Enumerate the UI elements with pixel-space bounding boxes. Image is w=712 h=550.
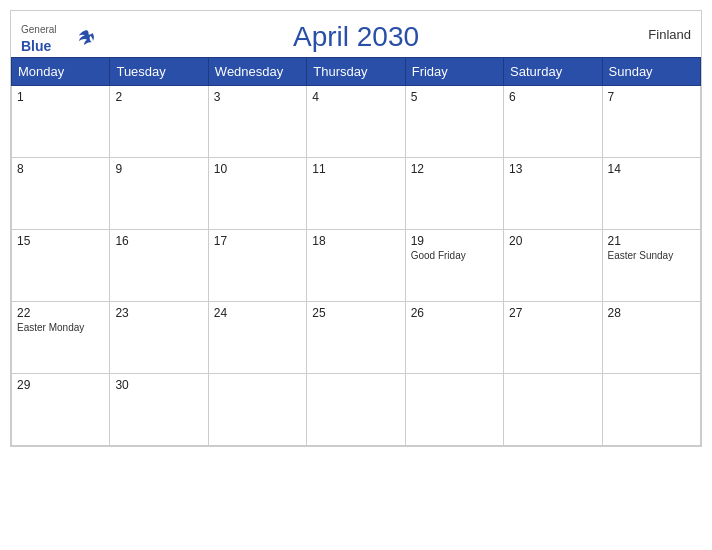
day-cell: 30 <box>110 374 208 446</box>
day-number: 23 <box>115 306 202 320</box>
calendar-header: General Blue April 2030 Finland <box>11 11 701 57</box>
day-cell: 22Easter Monday <box>12 302 110 374</box>
country-label: Finland <box>648 27 691 42</box>
holiday-name: Easter Monday <box>17 322 104 333</box>
day-cell: 2 <box>110 86 208 158</box>
day-cell: 9 <box>110 158 208 230</box>
weekday-wednesday: Wednesday <box>208 58 306 86</box>
day-number: 10 <box>214 162 301 176</box>
day-cell: 5 <box>405 86 503 158</box>
day-number: 3 <box>214 90 301 104</box>
day-cell: 19Good Friday <box>405 230 503 302</box>
day-cell <box>602 374 700 446</box>
day-number: 6 <box>509 90 596 104</box>
weekday-saturday: Saturday <box>504 58 602 86</box>
day-cell: 12 <box>405 158 503 230</box>
day-number: 30 <box>115 378 202 392</box>
week-row-0: 1234567 <box>12 86 701 158</box>
day-number: 11 <box>312 162 399 176</box>
day-number: 27 <box>509 306 596 320</box>
logo-area: General Blue <box>21 19 97 55</box>
day-number: 7 <box>608 90 695 104</box>
day-number: 26 <box>411 306 498 320</box>
day-number: 14 <box>608 162 695 176</box>
day-cell: 24 <box>208 302 306 374</box>
day-number: 13 <box>509 162 596 176</box>
day-number: 4 <box>312 90 399 104</box>
day-number: 20 <box>509 234 596 248</box>
day-number: 28 <box>608 306 695 320</box>
day-number: 9 <box>115 162 202 176</box>
week-row-2: 1516171819Good Friday2021Easter Sunday <box>12 230 701 302</box>
weekday-tuesday: Tuesday <box>110 58 208 86</box>
day-cell: 26 <box>405 302 503 374</box>
calendar-title: April 2030 <box>293 21 419 53</box>
day-cell: 13 <box>504 158 602 230</box>
day-cell: 16 <box>110 230 208 302</box>
holiday-name: Good Friday <box>411 250 498 261</box>
day-number: 21 <box>608 234 695 248</box>
day-cell <box>405 374 503 446</box>
day-cell: 21Easter Sunday <box>602 230 700 302</box>
day-number: 1 <box>17 90 104 104</box>
day-cell: 3 <box>208 86 306 158</box>
day-cell: 20 <box>504 230 602 302</box>
day-cell: 18 <box>307 230 405 302</box>
day-number: 19 <box>411 234 498 248</box>
week-row-4: 2930 <box>12 374 701 446</box>
weekday-sunday: Sunday <box>602 58 700 86</box>
day-number: 24 <box>214 306 301 320</box>
day-number: 12 <box>411 162 498 176</box>
day-cell: 27 <box>504 302 602 374</box>
day-cell <box>208 374 306 446</box>
day-cell: 10 <box>208 158 306 230</box>
day-number: 8 <box>17 162 104 176</box>
day-cell: 7 <box>602 86 700 158</box>
day-number: 2 <box>115 90 202 104</box>
holiday-name: Easter Sunday <box>608 250 695 261</box>
day-cell: 25 <box>307 302 405 374</box>
weekday-friday: Friday <box>405 58 503 86</box>
weekday-monday: Monday <box>12 58 110 86</box>
day-cell: 11 <box>307 158 405 230</box>
day-number: 16 <box>115 234 202 248</box>
weekday-thursday: Thursday <box>307 58 405 86</box>
day-cell: 6 <box>504 86 602 158</box>
day-number: 25 <box>312 306 399 320</box>
logo-blue: Blue <box>21 38 51 54</box>
day-cell: 1 <box>12 86 110 158</box>
day-number: 15 <box>17 234 104 248</box>
day-cell: 14 <box>602 158 700 230</box>
day-number: 5 <box>411 90 498 104</box>
weekday-header-row: MondayTuesdayWednesdayThursdayFridaySatu… <box>12 58 701 86</box>
week-row-1: 891011121314 <box>12 158 701 230</box>
logo-general: General <box>21 24 57 35</box>
day-cell: 15 <box>12 230 110 302</box>
day-cell: 23 <box>110 302 208 374</box>
day-number: 29 <box>17 378 104 392</box>
calendar-container: General Blue April 2030 Finland MondayTu… <box>10 10 702 447</box>
day-cell: 28 <box>602 302 700 374</box>
day-cell <box>307 374 405 446</box>
day-cell <box>504 374 602 446</box>
day-cell: 8 <box>12 158 110 230</box>
day-number: 17 <box>214 234 301 248</box>
day-number: 18 <box>312 234 399 248</box>
day-number: 22 <box>17 306 104 320</box>
day-cell: 4 <box>307 86 405 158</box>
calendar-table: MondayTuesdayWednesdayThursdayFridaySatu… <box>11 57 701 446</box>
day-cell: 17 <box>208 230 306 302</box>
logo-bird-icon <box>77 29 97 45</box>
week-row-3: 22Easter Monday232425262728 <box>12 302 701 374</box>
day-cell: 29 <box>12 374 110 446</box>
